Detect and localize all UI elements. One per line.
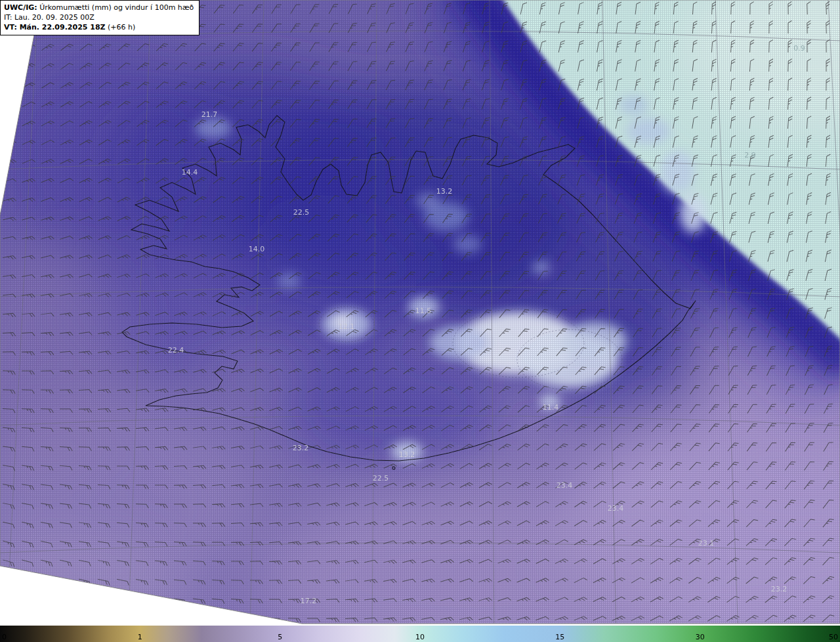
title-box: UWC/IG: Úrkomumætti (mm) og vindur í 100… — [0, 0, 200, 35]
map-value-label: 12.1 — [339, 322, 355, 331]
colorbar-tick: 10 — [415, 633, 425, 641]
colorbar-tick: 50 — [829, 633, 838, 641]
map-value-label: 13.2 — [436, 187, 453, 196]
map-area: 21.714.422.513.214.011.512.122.411.423.2… — [0, 0, 840, 625]
map-value-label: 23.4 — [608, 504, 624, 513]
map-value-label: 14.4 — [182, 168, 198, 177]
map-value-label: 0.9 — [793, 44, 805, 53]
init-time-line: IT: Lau. 20. 09. 2025 00Z — [4, 12, 194, 22]
model-name: UWC/IG: — [4, 3, 37, 12]
colorbar-tick: 5 — [278, 633, 282, 641]
colorbar-ticks: 01510153050 — [0, 626, 840, 642]
map-value-label: 21.7 — [201, 110, 218, 119]
valid-time-line: VT: Mán. 22.09.2025 18Z (+66 h) — [4, 22, 194, 32]
map-value-label: 11.5 — [415, 307, 432, 315]
map-value-label: 23.2 — [771, 585, 788, 593]
map-value-label: 22.5 — [293, 208, 310, 217]
colorbar-tick: 1 — [138, 633, 142, 641]
map-value-label: 23.4 — [556, 481, 573, 490]
colorbar-tick: 30 — [696, 633, 705, 641]
weather-map-screen: 21.714.422.513.214.011.512.122.411.423.2… — [0, 0, 840, 642]
precipitation-wind-map: 21.714.422.513.214.011.512.122.411.423.2… — [0, 0, 840, 625]
map-value-label: 23.1 — [698, 539, 715, 547]
map-value-label: 11.4 — [543, 403, 559, 412]
precipitation-colorbar: 01510153050 — [0, 626, 840, 642]
colorbar-tick: 15 — [555, 633, 564, 641]
map-title-line: UWC/IG: Úrkomumætti (mm) og vindur í 100… — [4, 3, 194, 12]
map-value-label: 22.4 — [168, 346, 184, 354]
map-value-label: 17.2 — [301, 597, 317, 605]
map-value-label: 23.2 — [293, 444, 309, 452]
map-value-label: 13.2 — [399, 450, 415, 459]
map-value-label: 2.9 — [744, 151, 756, 160]
map-value-label: 14.0 — [249, 245, 265, 253]
map-value-label: 22.5 — [373, 474, 389, 482]
colorbar-tick: 0 — [2, 633, 7, 641]
